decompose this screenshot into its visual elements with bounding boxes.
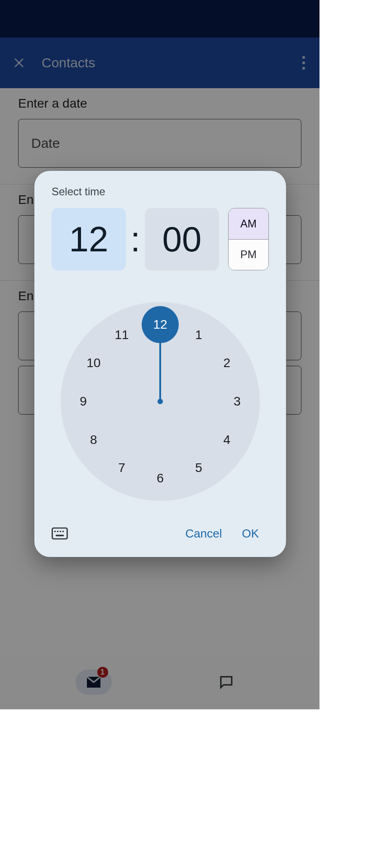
ok-button[interactable]: OK bbox=[232, 523, 269, 544]
clock-number[interactable]: 8 bbox=[83, 429, 105, 451]
time-colon: : bbox=[126, 219, 145, 260]
svg-rect-2 bbox=[52, 528, 67, 539]
dialog-actions: Cancel OK bbox=[52, 521, 269, 546]
dialog-title: Select time bbox=[52, 185, 269, 198]
pm-button[interactable]: PM bbox=[229, 240, 268, 270]
clock-number[interactable]: 10 bbox=[83, 352, 105, 374]
clock-number[interactable]: 5 bbox=[188, 457, 210, 479]
clock-center bbox=[157, 399, 163, 404]
clock-number[interactable]: 11 bbox=[111, 324, 133, 346]
keyboard-input-button[interactable] bbox=[52, 527, 68, 540]
time-picker-dialog: Select time 12 : 00 AM PM 12123456789101… bbox=[34, 171, 286, 557]
clock-number[interactable]: 4 bbox=[216, 429, 238, 451]
clock-number[interactable]: 7 bbox=[111, 457, 133, 479]
cancel-button[interactable]: Cancel bbox=[175, 523, 232, 544]
time-display-row: 12 : 00 AM PM bbox=[52, 208, 269, 270]
am-button[interactable]: AM bbox=[229, 208, 268, 240]
hour-display[interactable]: 12 bbox=[52, 208, 126, 270]
clock-face[interactable]: 121234567891011 bbox=[61, 302, 260, 501]
clock-number[interactable]: 2 bbox=[216, 352, 238, 374]
clock-number-selected[interactable]: 12 bbox=[142, 306, 179, 343]
minute-display[interactable]: 00 bbox=[145, 208, 219, 270]
clock-number[interactable]: 6 bbox=[149, 467, 171, 489]
clock-number[interactable]: 9 bbox=[72, 391, 94, 412]
clock-number[interactable]: 1 bbox=[188, 324, 210, 346]
ampm-toggle: AM PM bbox=[228, 208, 269, 270]
keyboard-icon bbox=[52, 527, 68, 540]
clock-number[interactable]: 3 bbox=[226, 391, 248, 412]
